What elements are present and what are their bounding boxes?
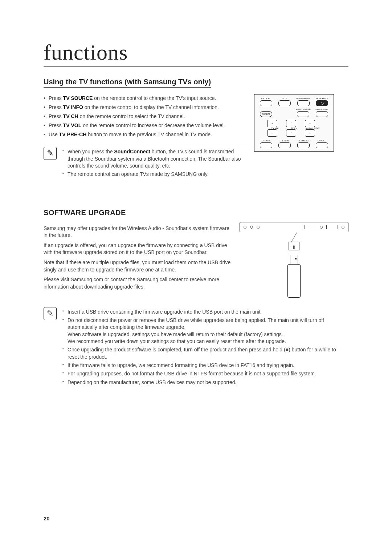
software-note-item: If the firmware fails to upgrade, we rec… [62, 362, 348, 369]
remote-button-audiosync-up: + [305, 120, 315, 127]
software-note-item: Once upgrading the product software is c… [62, 346, 348, 360]
page-number: 20 [44, 515, 50, 521]
remote-label: USB Bluetooth [295, 97, 311, 100]
remote-button-usb-bt [297, 100, 310, 106]
software-note-item: Insert a USB drive containing the firmwa… [62, 309, 348, 315]
tv-section-body: Press TV SOURCE on the remote control to… [44, 92, 348, 180]
tv-bullet-item: Press TV VOL on the remote control to in… [44, 122, 247, 129]
tv-bullet-item: Press TV INFO on the remote control to d… [44, 104, 247, 111]
remote-button-tv-prech [297, 142, 310, 148]
remote-button-autopower [297, 111, 309, 117]
tv-note-list: When you press the SoundConnect button, … [62, 147, 247, 179]
remote-button-soundconnect [316, 111, 328, 117]
remote-label: TV SOURCE [314, 97, 330, 100]
remote-button-ch-up: ˄ [286, 120, 296, 127]
software-paragraph: Note that if there are multiple upgrade … [44, 259, 231, 273]
remote-button-tv-info [278, 142, 291, 148]
remote-label: TV MUTE [258, 140, 274, 142]
remote-label: TV PRE-CH [295, 140, 311, 142]
remote-label: AUX [277, 97, 293, 100]
remote-button-tv-source: ⏻ [316, 100, 328, 106]
remote-label: SoundConnect [314, 108, 330, 110]
remote-illustration: OPTICAL AUX USB Bluetooth TV SOURCE ⏻ AU… [254, 94, 334, 180]
tv-functions-heading: Using the TV functions (with Samsung TVs… [44, 78, 211, 88]
software-note-block: ✎ Insert a USB drive containing the firm… [44, 307, 348, 387]
tv-note-item: The remote control can operate TVs made … [62, 171, 247, 178]
software-paragraph: Please visit Samsung.com or contact the … [44, 276, 231, 290]
software-note-list: Insert a USB drive containing the firmwa… [62, 307, 348, 387]
tv-text-column: Press TV SOURCE on the remote control to… [44, 92, 247, 180]
tv-note-block: ✎ When you press the SoundConnect button… [44, 147, 247, 179]
software-note-item: Depending on the manufacturer, some USB … [62, 379, 348, 386]
divider [44, 143, 247, 143]
remote-button-ch-down: ˅ [286, 129, 296, 137]
software-text-column: Samsung may offer upgrades for the Wirel… [44, 222, 231, 298]
remote-button-aux [278, 100, 291, 106]
software-note-item: For upgrading purposes, do not format th… [62, 370, 348, 377]
tv-bullet-item: Use TV PRE-CH button to move to the prev… [44, 131, 247, 138]
tv-bullet-item: Press TV SOURCE on the remote control to… [44, 95, 247, 102]
usb-drive-icon [287, 255, 301, 298]
remote-button-vol-down: − [267, 129, 277, 137]
remote-button-optical [260, 100, 272, 106]
software-note-item: Do not disconnect the power or remove th… [62, 317, 348, 345]
remote-label: AUTO POWER [295, 108, 311, 110]
remote-button-vol-up: + [267, 120, 277, 127]
software-body: Samsung may offer upgrades for the Wirel… [44, 222, 348, 298]
page-title: functions [44, 40, 348, 67]
remote-button-audiosync-down: − [305, 129, 315, 137]
remote-button-dimmer [316, 142, 328, 148]
soundbar-icon [240, 222, 348, 232]
tv-bullet-list: Press TV SOURCE on the remote control to… [44, 95, 247, 138]
remote-label: DIMMER [314, 140, 330, 142]
note-icon: ✎ [44, 147, 57, 160]
note-icon: ✎ [44, 307, 57, 320]
software-paragraph: Samsung may offer upgrades for the Wirel… [44, 225, 231, 239]
tv-note-item: When you press the SoundConnect button, … [62, 148, 247, 169]
software-heading: SOFTWARE UPGRADE [44, 209, 348, 217]
remote-label: AUDIO SYNC [305, 127, 321, 129]
usb-illustration: ⬆ [240, 222, 348, 298]
tv-bullet-item: Press TV CH on the remote control to sel… [44, 113, 247, 120]
remote-button-tv-mute [260, 142, 272, 148]
remote-label: TV INFO [277, 140, 293, 142]
remote-label: OPTICAL [258, 97, 274, 100]
manual-page: functions Using the TV functions (with S… [0, 0, 392, 536]
software-paragraph: If an upgrade is offered, you can upgrad… [44, 242, 231, 256]
remote-button-repeat: REPEAT [260, 111, 272, 117]
